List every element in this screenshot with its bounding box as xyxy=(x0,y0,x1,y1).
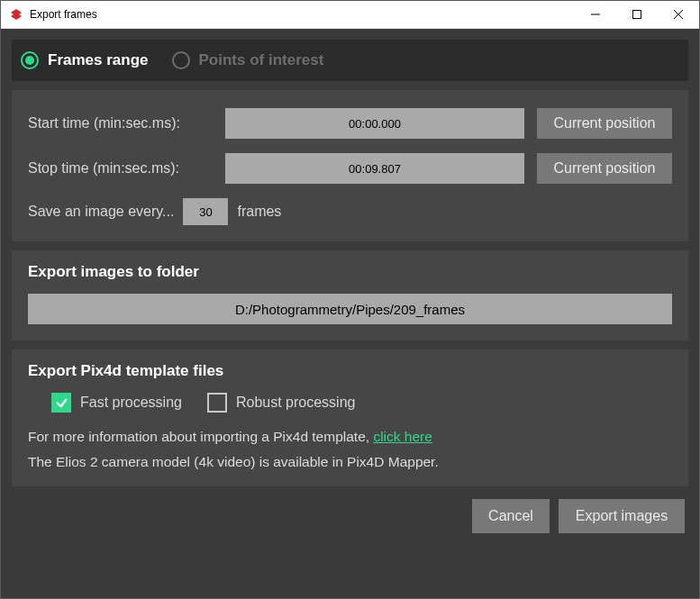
start-time-label: Start time (min:sec.ms): xyxy=(28,115,213,132)
stop-current-position-button[interactable]: Current position xyxy=(537,153,672,184)
export-images-button[interactable]: Export images xyxy=(559,499,685,533)
radio-icon xyxy=(21,51,39,69)
titlebar: Export frames xyxy=(1,1,699,29)
close-button[interactable] xyxy=(658,1,699,29)
tab-label: Points of interest xyxy=(199,51,324,69)
start-current-position-button[interactable]: Current position xyxy=(537,108,672,139)
export-folder-input[interactable] xyxy=(28,294,672,324)
pix4d-title: Export Pix4d template files xyxy=(28,362,672,380)
robust-processing-checkbox[interactable]: Robust processing xyxy=(207,393,356,413)
export-frames-window: Export frames Frames range Points of int… xyxy=(0,0,700,599)
app-icon xyxy=(8,6,24,23)
export-folder-title: Export images to folder xyxy=(28,263,672,281)
frames-range-panel: Start time (min:sec.ms): Current positio… xyxy=(12,90,688,241)
export-folder-panel: Export images to folder xyxy=(12,250,688,340)
client-area: Frames range Points of interest Start ti… xyxy=(1,29,699,598)
pix4d-camera-note: The Elios 2 camera model (4k video) is a… xyxy=(28,454,672,470)
mode-tabs: Frames range Points of interest xyxy=(12,40,688,81)
save-every-input[interactable] xyxy=(183,198,228,225)
dialog-footer: Cancel Export images xyxy=(12,495,688,537)
radio-icon xyxy=(172,51,190,69)
tab-frames-range[interactable]: Frames range xyxy=(21,51,149,69)
pix4d-info-prefix: For more information about importing a P… xyxy=(28,429,373,444)
pix4d-info-link[interactable]: click here xyxy=(373,429,432,444)
tab-label: Frames range xyxy=(48,51,149,69)
maximize-button[interactable] xyxy=(616,1,658,29)
start-time-input[interactable] xyxy=(225,108,524,139)
svg-rect-0 xyxy=(633,11,641,19)
checkbox-icon xyxy=(207,393,227,413)
minimize-button[interactable] xyxy=(575,1,616,29)
checkbox-label: Fast processing xyxy=(80,395,182,411)
pix4d-info-text: For more information about importing a P… xyxy=(28,429,672,445)
stop-time-label: Stop time (min:sec.ms): xyxy=(28,160,213,177)
stop-time-input[interactable] xyxy=(225,153,524,184)
cancel-button[interactable]: Cancel xyxy=(472,499,550,533)
checkbox-label: Robust processing xyxy=(236,395,356,411)
tab-points-of-interest[interactable]: Points of interest xyxy=(172,51,324,69)
pix4d-panel: Export Pix4d template files Fast process… xyxy=(12,349,688,486)
fast-processing-checkbox[interactable]: Fast processing xyxy=(51,393,182,413)
save-every-unit: frames xyxy=(237,204,281,220)
checkbox-icon xyxy=(51,393,71,413)
save-every-label: Save an image every... xyxy=(28,204,174,220)
window-title: Export frames xyxy=(30,8,97,21)
